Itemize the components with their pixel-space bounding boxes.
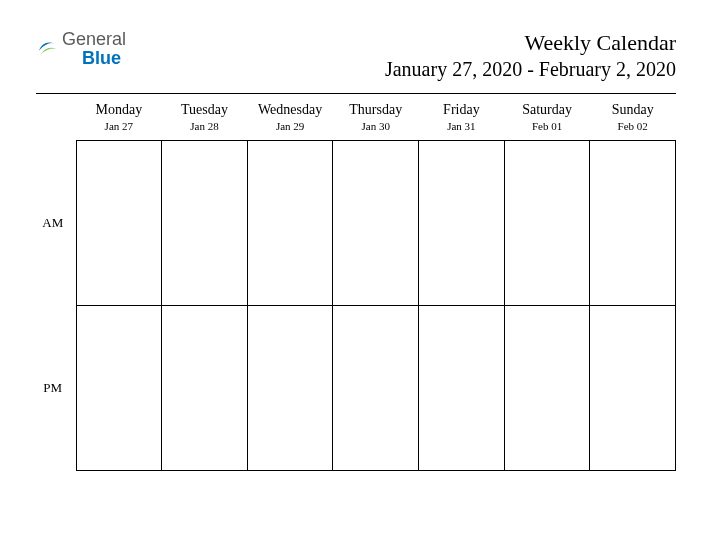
day-name: Monday [78,102,160,118]
day-name: Thursday [335,102,417,118]
day-header-saturday: Saturday Feb 01 [504,94,590,141]
cell-am-thursday [333,141,419,306]
cell-am-tuesday [162,141,248,306]
day-date: Jan 27 [78,120,160,132]
logo-text-blue: Blue [82,49,126,68]
day-header-thursday: Thursday Jan 30 [333,94,419,141]
day-name: Friday [421,102,503,118]
title-block: Weekly Calendar January 27, 2020 - Febru… [385,30,676,81]
cell-pm-monday [76,306,162,471]
cell-pm-thursday [333,306,419,471]
day-header-tuesday: Tuesday Jan 28 [162,94,248,141]
cell-am-saturday [504,141,590,306]
corner-header [36,94,76,141]
day-header-wednesday: Wednesday Jan 29 [247,94,333,141]
day-name: Sunday [592,102,674,118]
day-header-friday: Friday Jan 31 [419,94,505,141]
day-header-row: Monday Jan 27 Tuesday Jan 28 Wednesday J… [36,94,676,141]
cell-pm-friday [419,306,505,471]
cell-pm-sunday [590,306,676,471]
day-date: Jan 30 [335,120,417,132]
logo: General Blue [36,30,126,68]
cell-pm-saturday [504,306,590,471]
weekly-calendar-grid: Monday Jan 27 Tuesday Jan 28 Wednesday J… [36,94,676,471]
logo-text: General Blue [62,30,126,68]
day-date: Jan 31 [421,120,503,132]
cell-am-wednesday [247,141,333,306]
day-date: Jan 29 [249,120,331,132]
page-subtitle: January 27, 2020 - February 2, 2020 [385,58,676,81]
day-header-sunday: Sunday Feb 02 [590,94,676,141]
day-date: Feb 02 [592,120,674,132]
day-name: Wednesday [249,102,331,118]
time-label-am: AM [36,141,76,306]
day-name: Saturday [506,102,588,118]
cell-am-monday [76,141,162,306]
cell-pm-wednesday [247,306,333,471]
time-label-pm: PM [36,306,76,471]
page-title: Weekly Calendar [385,30,676,56]
cell-pm-tuesday [162,306,248,471]
cell-am-sunday [590,141,676,306]
document-header: General Blue Weekly Calendar January 27,… [36,30,676,81]
logo-swoosh-icon [36,36,58,58]
day-date: Jan 28 [164,120,246,132]
pm-row: PM [36,306,676,471]
day-name: Tuesday [164,102,246,118]
am-row: AM [36,141,676,306]
day-header-monday: Monday Jan 27 [76,94,162,141]
day-date: Feb 01 [506,120,588,132]
logo-text-general: General [62,30,126,49]
cell-am-friday [419,141,505,306]
